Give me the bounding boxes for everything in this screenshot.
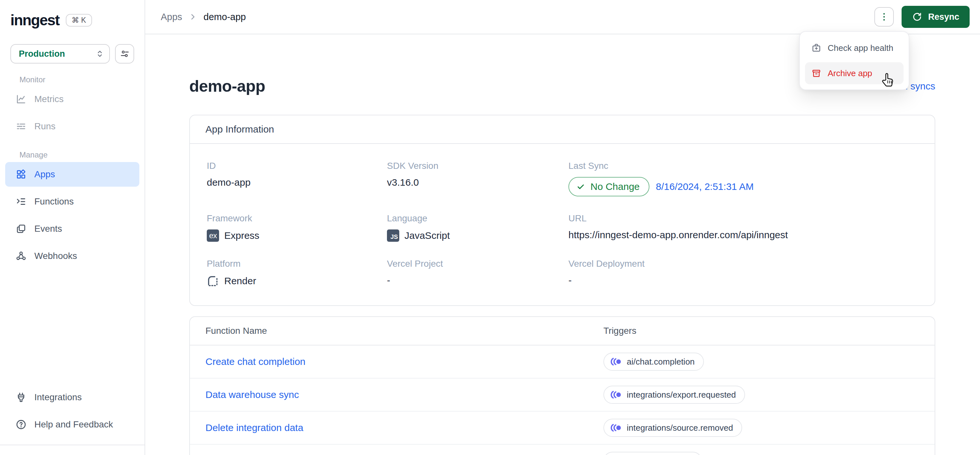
functions-table-header: Function Name Triggers <box>190 317 935 345</box>
javascript-icon: JS <box>387 229 399 242</box>
inngest-logo: inngest <box>10 11 59 29</box>
app-information-grid: ID demo-app SDK Version v3.16.0 Last Syn… <box>190 144 935 305</box>
last-sync-value: No Change 8/16/2024, 2:51:31 AM <box>568 177 919 196</box>
field-label: SDK Version <box>387 161 568 171</box>
field-label: URL <box>568 213 919 224</box>
field-id: ID demo-app <box>207 161 387 196</box>
environment-selected-label: Production <box>19 49 65 59</box>
field-label: Vercel Deployment <box>568 259 919 269</box>
breadcrumb: Apps demo-app <box>161 12 246 22</box>
function-row: Delete integration data integrations/sou… <box>190 412 935 445</box>
app-information-title: App Information <box>190 115 935 144</box>
trigger-name: integrations/source.removed <box>627 423 733 433</box>
event-trigger-icon <box>611 423 622 432</box>
sidebar-item-webhooks[interactable]: Webhooks <box>5 244 139 268</box>
menu-item-label: Archive app <box>828 68 872 78</box>
help-question-icon <box>16 419 27 430</box>
trigger-pill[interactable]: integrations/export.requested <box>603 386 745 404</box>
apps-grid-icon <box>16 169 27 180</box>
sidebar-item-label: Webhooks <box>34 251 77 261</box>
trigger-pill[interactable]: integrations/source.removed <box>603 419 742 437</box>
nav-section-manage: Manage <box>19 150 139 159</box>
field-label: Vercel Project <box>387 259 568 269</box>
logo-row: inngest ⌘ K <box>0 9 145 31</box>
kebab-dots-icon <box>879 12 889 22</box>
metrics-chart-icon <box>16 94 27 105</box>
resync-button[interactable]: Resync <box>902 6 970 28</box>
field-value: v3.16.0 <box>387 177 568 188</box>
field-platform: Platform Render <box>207 259 387 287</box>
sidebar-item-label: Events <box>34 224 62 234</box>
field-sdk-version: SDK Version v3.16.0 <box>387 161 568 196</box>
sidebar-item-events[interactable]: Events <box>5 216 139 241</box>
chevron-right-icon <box>189 13 197 21</box>
sidebar-item-label: Runs <box>34 121 56 132</box>
menu-item-check-app-health[interactable]: Check app health <box>805 37 904 59</box>
topbar-actions: Resync <box>874 6 970 28</box>
language-value: JS JavaScript <box>387 229 568 242</box>
sidebar-item-runs[interactable]: Runs <box>5 114 139 139</box>
menu-item-label: Check app health <box>828 43 893 53</box>
function-link[interactable]: Create chat completion <box>205 356 603 367</box>
field-value: demo-app <box>207 177 387 188</box>
runs-list-icon <box>16 121 27 132</box>
sidebar-item-label: Metrics <box>34 94 64 104</box>
check-icon <box>576 182 585 191</box>
hand-cursor-icon <box>880 71 895 88</box>
content: demo-app See all syncs App Information I… <box>145 34 980 455</box>
framework-name: Express <box>224 230 259 241</box>
sidebar-item-integrations[interactable]: Integrations <box>5 385 139 410</box>
functions-table-card: Function Name Triggers Create chat compl… <box>189 316 935 455</box>
field-framework: Framework ex Express <box>207 213 387 242</box>
function-row: Generate video transcript ai/video.uploa… <box>190 445 935 455</box>
trigger-name: ai/chat.completion <box>627 357 695 367</box>
sidebar-item-label: Functions <box>34 196 73 207</box>
express-icon: ex <box>207 229 219 242</box>
breadcrumb-apps[interactable]: Apps <box>161 12 182 22</box>
topbar: Apps demo-app Resync <box>145 0 980 34</box>
breadcrumb-current: demo-app <box>204 12 246 22</box>
sidebar-nav: Monitor Metrics Runs Manage Apps Functio… <box>0 75 145 271</box>
app-information-card: App Information ID demo-app SDK Version … <box>189 115 935 306</box>
environment-filter-button[interactable] <box>115 44 134 64</box>
last-sync-timestamp-link[interactable]: 8/16/2024, 2:51:31 AM <box>656 181 754 192</box>
framework-value: ex Express <box>207 229 387 242</box>
sidebar-item-functions[interactable]: Functions <box>5 189 139 214</box>
language-name: JavaScript <box>404 230 450 241</box>
field-vercel-project: Vercel Project - <box>387 259 568 287</box>
event-trigger-icon <box>611 358 622 366</box>
field-label: Framework <box>207 213 387 224</box>
sidebar-item-label: Help and Feedback <box>34 419 113 430</box>
field-language: Language JS JavaScript <box>387 213 568 242</box>
sidebar-footer: Integrations Help and Feedback <box>0 385 145 455</box>
sliders-icon <box>119 49 130 59</box>
field-label: Language <box>387 213 568 224</box>
field-label: ID <box>207 161 387 171</box>
render-platform-icon <box>207 275 219 287</box>
trigger-pill[interactable]: ai/video.uploaded <box>603 452 702 455</box>
sync-icon <box>912 12 922 22</box>
field-last-sync: Last Sync No Change 8/16/2024, 2:51:31 A… <box>568 161 919 196</box>
command-k-shortcut-badge[interactable]: ⌘ K <box>66 14 92 27</box>
function-link[interactable]: Data warehouse sync <box>205 389 603 400</box>
environment-selector[interactable]: Production <box>10 44 110 64</box>
function-link[interactable]: Delete integration data <box>205 422 603 433</box>
no-change-label: No Change <box>590 181 640 192</box>
sidebar-item-metrics[interactable]: Metrics <box>5 87 139 111</box>
functions-icon <box>16 196 27 207</box>
sidebar-item-help[interactable]: Help and Feedback <box>5 412 139 437</box>
trigger-name: integrations/export.requested <box>627 390 736 400</box>
chevron-up-down-icon <box>95 49 105 59</box>
field-label: Last Sync <box>568 161 919 171</box>
resync-label: Resync <box>928 12 959 22</box>
nav-section-monitor: Monitor <box>19 75 139 84</box>
field-value: - <box>568 275 919 286</box>
app-actions-menu-button[interactable] <box>874 7 894 27</box>
column-triggers: Triggers <box>603 326 919 336</box>
sidebar-item-apps[interactable]: Apps <box>5 162 139 187</box>
plug-icon <box>16 392 27 403</box>
platform-value: Render <box>207 275 387 287</box>
trigger-pill[interactable]: ai/chat.completion <box>603 353 704 371</box>
archive-box-icon <box>811 68 821 78</box>
inngest-dashboard: inngest ⌘ K Production Monitor Metrics R… <box>0 0 980 455</box>
